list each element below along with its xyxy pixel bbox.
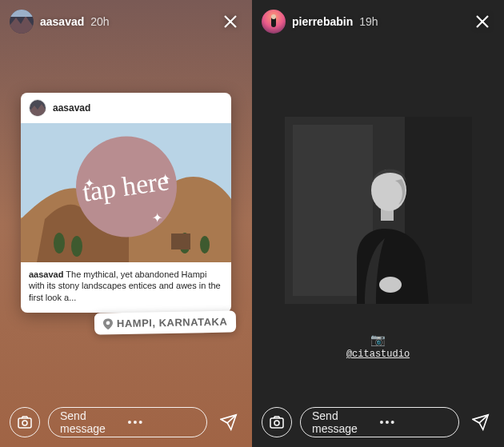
svg-point-14 bbox=[271, 14, 276, 19]
time-label: 20h bbox=[90, 15, 109, 28]
story-left: aasavad 20h aasavad bbox=[0, 0, 252, 447]
card-avatar bbox=[29, 99, 46, 117]
send-icon bbox=[472, 413, 490, 431]
story-footer: Send message ••• bbox=[252, 407, 504, 437]
username-label[interactable]: aasavad bbox=[40, 15, 84, 28]
svg-rect-1 bbox=[10, 10, 34, 17]
location-sticker[interactable]: HAMPI, KARNATAKA bbox=[94, 310, 237, 334]
share-button[interactable] bbox=[215, 409, 242, 436]
send-icon bbox=[220, 413, 238, 431]
camera-icon bbox=[18, 416, 32, 429]
card-username: aasavad bbox=[53, 102, 90, 114]
more-options-button[interactable]: ••• bbox=[128, 416, 196, 429]
camera-button[interactable] bbox=[10, 407, 40, 437]
photo-credit[interactable]: 📷 @citastudio bbox=[252, 333, 504, 360]
shared-post-card[interactable]: aasavad tap here ✦ ✦ ✦ aasavad Th bbox=[21, 93, 231, 313]
send-message-input[interactable]: Send message ••• bbox=[48, 407, 207, 437]
svg-point-23 bbox=[274, 421, 279, 425]
username-label[interactable]: pierrebabin bbox=[292, 15, 353, 28]
close-button[interactable] bbox=[218, 10, 242, 34]
story-photo bbox=[285, 117, 472, 304]
time-label: 19h bbox=[359, 15, 378, 28]
story-right: pierrebabin 19h 📷 @c bbox=[252, 0, 504, 447]
story-header: pierrebabin 19h bbox=[252, 8, 504, 35]
card-image: tap here ✦ ✦ ✦ bbox=[21, 123, 231, 262]
svg-rect-9 bbox=[171, 233, 190, 249]
user-avatar[interactable] bbox=[262, 10, 286, 34]
camera-icon bbox=[270, 416, 284, 429]
send-message-input[interactable]: Send message ••• bbox=[300, 407, 459, 437]
svg-point-5 bbox=[54, 233, 65, 253]
sparkle-icon: ✦ bbox=[84, 176, 94, 191]
close-button[interactable] bbox=[470, 10, 494, 34]
camera-button[interactable] bbox=[262, 407, 292, 437]
svg-point-11 bbox=[22, 421, 27, 425]
story-footer: Send message ••• bbox=[0, 407, 252, 437]
story-header: aasavad 20h bbox=[0, 8, 252, 35]
svg-point-21 bbox=[379, 277, 402, 293]
location-pin-icon bbox=[103, 318, 113, 329]
svg-point-8 bbox=[200, 236, 210, 253]
tap-here-sticker: tap here ✦ ✦ ✦ bbox=[76, 136, 177, 237]
sparkle-icon: ✦ bbox=[160, 171, 170, 186]
card-header: aasavad bbox=[21, 93, 231, 123]
more-options-button[interactable]: ••• bbox=[380, 416, 448, 429]
share-button[interactable] bbox=[467, 409, 494, 436]
camera-emoji-icon: 📷 bbox=[252, 333, 504, 347]
svg-rect-22 bbox=[270, 418, 283, 428]
svg-rect-10 bbox=[18, 418, 31, 428]
sparkle-icon: ✦ bbox=[152, 210, 162, 225]
svg-point-6 bbox=[71, 236, 82, 257]
card-caption: aasavad The mythical, yet abandoned Hamp… bbox=[21, 262, 231, 313]
user-avatar[interactable] bbox=[10, 10, 34, 34]
